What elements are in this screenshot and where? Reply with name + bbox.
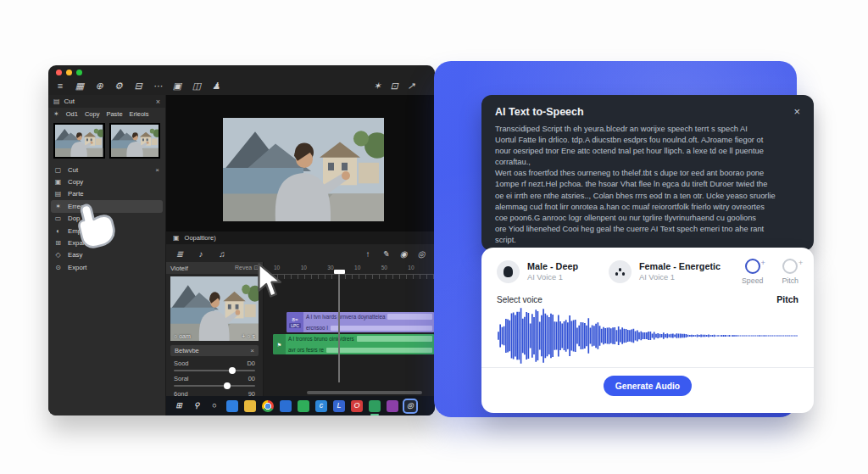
- pitch-knob[interactable]: Pitch: [782, 259, 798, 285]
- user-icon[interactable]: ♟: [211, 76, 221, 95]
- menu-item-label: Cut: [68, 166, 78, 174]
- ruler-tick: 10: [354, 262, 381, 270]
- upload-icon[interactable]: ↑: [363, 245, 373, 263]
- menu-item-easy[interactable]: ◇ Easy ×: [48, 249, 165, 261]
- app-skype-icon[interactable]: c: [315, 400, 327, 412]
- quick-action-copy[interactable]: Copy: [85, 110, 100, 118]
- globe-icon[interactable]: ⊕: [94, 76, 104, 95]
- app-purple-icon[interactable]: [387, 400, 398, 412]
- dial-icon: [745, 259, 760, 274]
- timeline-ruler[interactable]: 101030105010: [264, 262, 435, 279]
- close-icon[interactable]: ×: [156, 98, 160, 106]
- clip-thumbnail[interactable]: [53, 123, 105, 159]
- menu-item-copy[interactable]: ▣ Copy ×: [48, 176, 165, 187]
- menu-item-label: Export: [68, 264, 87, 271]
- menu-item-label: Parte: [68, 190, 84, 198]
- menu-item-icon: ▣: [54, 178, 62, 186]
- quick-action-cut[interactable]: Od1: [66, 110, 78, 118]
- slider-knob[interactable]: [224, 382, 231, 389]
- share-icon[interactable]: ↗: [406, 76, 416, 95]
- menu-item-icon: ⊞: [54, 239, 62, 247]
- speaker-icon[interactable]: ♪: [196, 245, 206, 263]
- timeline-toolbar: ≣♪♫ ↑✎◉◎: [166, 244, 435, 262]
- box-minus-icon[interactable]: ⊟: [133, 76, 143, 95]
- ai-tts-controls-panel: Male - Deep AI Voice 1 Female - Energeti…: [481, 248, 814, 413]
- target-icon[interactable]: ◎: [416, 245, 426, 263]
- menu-item-cut[interactable]: ▢ Cut ×: [48, 164, 165, 176]
- menu-item-icon: ◐: [54, 227, 62, 235]
- pitch-label: Pitch: [776, 294, 798, 304]
- explorer-icon[interactable]: [226, 400, 238, 412]
- folder-icon[interactable]: [244, 400, 256, 412]
- mouse-arrow-cursor: [256, 261, 281, 300]
- menu-icon[interactable]: ≡: [55, 76, 65, 95]
- close-icon[interactable]: ×: [155, 166, 159, 174]
- timeline-scrollbar[interactable]: [307, 391, 422, 394]
- voice-options-row: Male - Deep AI Voice 1 Female - Energeti…: [497, 259, 798, 285]
- editor-toolbar: ≡▦⊕⚙⊟⋯▣◫♟ ✶⊡↗: [48, 76, 435, 95]
- windows-taskbar: ⊞⚲○cLO◎: [166, 396, 435, 415]
- gear-icon[interactable]: ⚙: [114, 76, 124, 95]
- ruler-tick: 10: [301, 262, 328, 270]
- close-icon[interactable]: ×: [250, 347, 254, 354]
- menu-item-icon: ✶: [54, 203, 62, 210]
- app-blue-icon[interactable]: [280, 400, 292, 412]
- audio-track-clip[interactable]: ⚑ A I tronros bruno oinio/drers avr ors …: [273, 334, 435, 354]
- clip-thumbnail[interactable]: [109, 123, 161, 159]
- chat-icon[interactable]: ◫: [192, 76, 202, 95]
- transcribed-script-text: Transcidiped Script th eh yeura.blcedr a…: [495, 124, 800, 246]
- minimize-traffic-light[interactable]: [66, 70, 72, 75]
- audio-icon[interactable]: ♫: [217, 245, 227, 263]
- viewer-thumbnail[interactable]: ○ oam + ○ s: [170, 276, 259, 341]
- slider-value: D0: [247, 360, 255, 368]
- select-voice-label: Select voice: [497, 295, 542, 304]
- start-icon[interactable]: ⊞: [173, 400, 185, 412]
- video-preview-frame[interactable]: [223, 118, 384, 221]
- slider-sood[interactable]: Sood D0: [174, 360, 255, 371]
- speed-knob[interactable]: Speed: [742, 259, 763, 285]
- clip-panel-title: Cut: [64, 98, 75, 105]
- slider-soral[interactable]: Soral 00: [174, 375, 255, 387]
- clapper-icon: ▤: [53, 98, 60, 105]
- sparkle-icon[interactable]: ✶: [372, 76, 382, 95]
- quick-action-effects[interactable]: Erleois: [130, 110, 149, 118]
- clip-tools-panel: ▤ Cut × ✶ Od1 Copy Paste Erleois ▢ Cut: [48, 95, 166, 415]
- preview-caption-bar: ▣ Oopaltlore): [166, 231, 435, 244]
- slider-6ond[interactable]: 6ond 90: [174, 390, 255, 396]
- close-traffic-light[interactable]: [56, 70, 62, 75]
- layout-grid-icon[interactable]: ▦: [75, 76, 85, 95]
- zoom-traffic-light[interactable]: [76, 70, 82, 75]
- camera-icon[interactable]: ▣: [172, 76, 182, 95]
- viewer-action[interactable]: Revea ⊡: [235, 265, 259, 271]
- app-teams-icon[interactable]: L: [333, 400, 345, 412]
- quick-action-paste[interactable]: Paste: [106, 110, 122, 118]
- adjustment-sliders: Sood D0 Soral 00 6ond 90: [166, 356, 263, 396]
- app-green-icon[interactable]: [298, 400, 309, 412]
- frame-icon[interactable]: ⊡: [389, 76, 399, 95]
- zoom-control-left[interactable]: ○ oam: [174, 333, 191, 339]
- slider-label: Sood: [174, 360, 189, 368]
- knob-label: Speed: [742, 276, 763, 285]
- menu-item-icon: ◇: [54, 251, 62, 259]
- dots-icon: [619, 268, 622, 271]
- clip-thumbnails: [48, 120, 165, 160]
- track-list-icon[interactable]: ≣: [175, 245, 185, 263]
- app-active-icon[interactable]: ◎: [404, 400, 416, 412]
- generate-audio-button[interactable]: Generate Audio: [604, 376, 692, 396]
- cortana-icon[interactable]: ○: [209, 400, 220, 412]
- app-green-circle-icon[interactable]: [369, 400, 381, 412]
- close-icon[interactable]: ×: [793, 106, 800, 117]
- menu-item-export[interactable]: ⊙ Export ×: [48, 261, 165, 273]
- app-opera-icon[interactable]: O: [351, 400, 363, 412]
- voice-option-male-deep[interactable]: Male - Deep AI Voice 1: [497, 260, 578, 283]
- slider-knob[interactable]: [229, 367, 236, 374]
- timeline-side-panel: Vioteif Revea ⊡ ○ oam + ○ s Betwvbe × So…: [166, 262, 264, 396]
- pen-icon[interactable]: ✎: [381, 245, 391, 263]
- search-icon[interactable]: ⚲: [191, 400, 203, 412]
- menu-item-icon: ▢: [54, 166, 62, 174]
- more-icon[interactable]: ⋯: [153, 76, 163, 95]
- chrome-icon[interactable]: [262, 400, 274, 412]
- voice-option-female-energetic[interactable]: Female - Energetic AI Voice 1: [609, 260, 721, 283]
- zoom-control-right[interactable]: + ○ s: [242, 333, 255, 339]
- record-icon[interactable]: ◉: [398, 245, 409, 263]
